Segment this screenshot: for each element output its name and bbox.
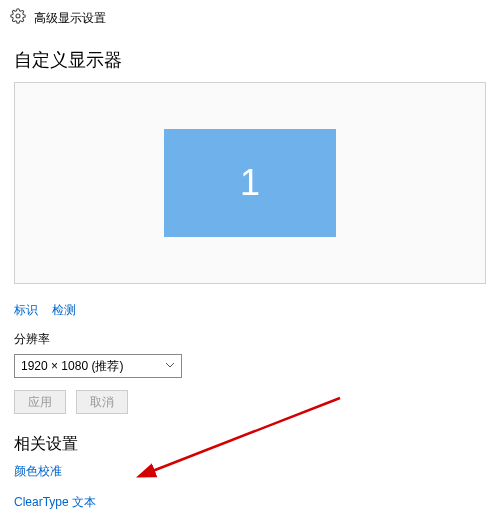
related-settings-title: 相关设置 [0, 418, 500, 463]
monitor-tile-1[interactable]: 1 [164, 129, 336, 237]
apply-button[interactable]: 应用 [14, 390, 66, 414]
action-buttons: 应用 取消 [0, 386, 500, 418]
window-title: 高级显示设置 [34, 10, 106, 27]
resolution-value: 1920 × 1080 (推荐) [21, 358, 123, 375]
window-header: 高级显示设置 [0, 0, 500, 36]
page-title: 自定义显示器 [0, 36, 500, 78]
gear-icon [10, 8, 26, 28]
resolution-select[interactable]: 1920 × 1080 (推荐) [14, 354, 182, 378]
chevron-down-icon [165, 359, 175, 373]
color-calibration-link[interactable]: 颜色校准 [14, 463, 486, 480]
svg-point-0 [16, 14, 20, 18]
monitor-links: 标识 检测 [0, 292, 500, 325]
monitor-number: 1 [240, 162, 260, 204]
identify-link[interactable]: 标识 [14, 302, 38, 319]
related-settings-list: 颜色校准 ClearType 文本 文本和其他项目大小调整的高级选项 显示适配器… [0, 463, 500, 517]
resolution-label: 分辨率 [0, 325, 500, 352]
cancel-button[interactable]: 取消 [76, 390, 128, 414]
cleartype-link[interactable]: ClearType 文本 [14, 494, 486, 511]
monitor-preview-area: 1 [14, 82, 486, 284]
detect-link[interactable]: 检测 [52, 302, 76, 319]
